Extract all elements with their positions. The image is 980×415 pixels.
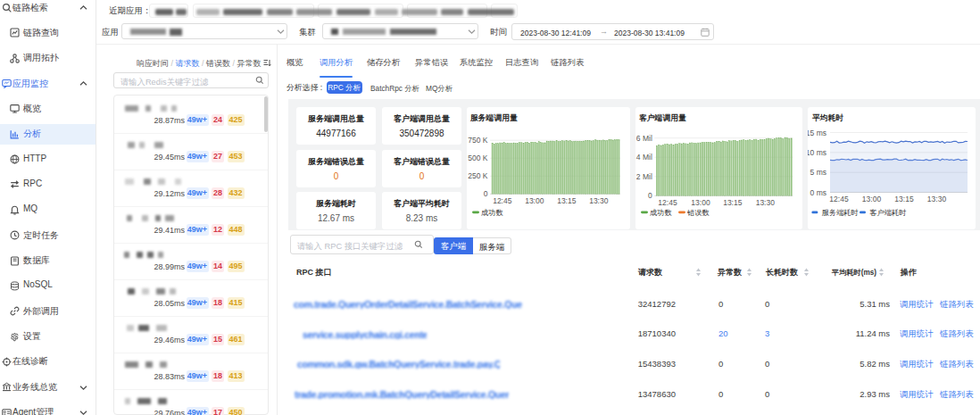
svg-text:服务端耗时: 服务端耗时 [822,209,859,217]
svg-text:13:00: 13:00 [691,198,710,207]
svg-text:500 K: 500 K [468,154,488,162]
svg-text:13:30: 13:30 [589,196,609,205]
svg-text:13:30: 13:30 [927,195,947,203]
svg-text:13:00: 13:00 [525,196,544,205]
svg-text:0: 0 [648,191,652,200]
svg-text:6 Mil: 6 Mil [636,134,652,143]
svg-text:13:15: 13:15 [723,198,743,207]
svg-text:5 ms: 5 ms [810,168,826,177]
svg-text:10 ms: 10 ms [808,148,826,157]
svg-text:250 K: 250 K [468,171,488,180]
svg-text:客户端耗时: 客户端耗时 [868,209,906,217]
svg-text:4 Mil: 4 Mil [636,153,652,162]
svg-text:12:45: 12:45 [829,195,849,203]
svg-text:成功数: 成功数 [481,209,503,217]
svg-text:0: 0 [484,189,488,198]
svg-text:13:15: 13:15 [894,195,914,203]
svg-text:成功数: 成功数 [650,209,672,217]
svg-text:12:45: 12:45 [658,198,677,207]
svg-text:13:00: 13:00 [862,195,882,203]
svg-text:2 Mil: 2 Mil [636,172,652,181]
svg-text:13:15: 13:15 [557,196,577,205]
svg-text:13:30: 13:30 [756,198,776,207]
svg-text:15 ms: 15 ms [808,129,826,137]
svg-text:12:45: 12:45 [493,196,512,205]
svg-text:错误数: 错误数 [686,209,710,217]
svg-text:750 K: 750 K [468,136,488,145]
svg-text:0 ms: 0 ms [810,188,826,197]
